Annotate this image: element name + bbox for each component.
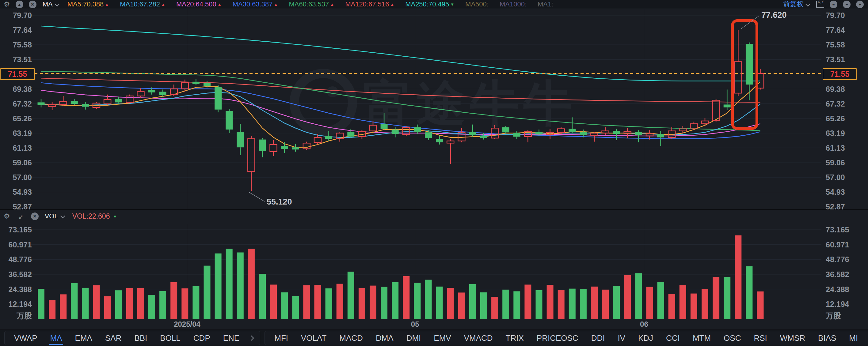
zoom-in-button[interactable]: + xyxy=(856,1,864,8)
price-tick-label: 59.06 xyxy=(826,158,845,167)
ma-legend-item[interactable]: MA1000: xyxy=(500,0,527,8)
tab-osc[interactable]: OSC xyxy=(717,331,747,345)
sub-indicator-group: MFIVOLATMACDDMADMIEMVVMACDTRIXPRICEOSCDD… xyxy=(265,331,868,345)
vol-dropdown-label: VOL xyxy=(45,212,58,220)
price-tick-label: 52.87 xyxy=(826,202,845,211)
ma-legend-item[interactable]: MA30:63.387▲ xyxy=(232,0,278,8)
volume-tick-label: 48.776 xyxy=(826,255,849,264)
tab-cci[interactable]: CCI xyxy=(659,331,686,345)
tab-vmacd[interactable]: VMACD xyxy=(458,331,499,345)
down-arrow-icon: ▼ xyxy=(450,2,454,7)
tab-emv[interactable]: EMV xyxy=(427,331,457,345)
price-tick-label: 77.64 xyxy=(826,26,845,34)
volume-panel-header: ⚙ ↔ × VOL VOL:22.606 ▼ xyxy=(0,211,117,222)
tab-mi[interactable]: MI xyxy=(843,331,864,345)
volume-tick-label: 36.582 xyxy=(8,270,32,279)
chevron-right-icon[interactable] xyxy=(249,336,254,341)
price-tick-label: 54.93 xyxy=(826,188,845,196)
tab-ddi[interactable]: DDI xyxy=(585,331,612,345)
volume-tick-label: 12.194 xyxy=(826,300,849,308)
ma-legend-item[interactable]: MA500: xyxy=(465,0,489,8)
price-tick-label: 65.26 xyxy=(12,114,32,123)
ma-legend-item[interactable]: MA120:67.516▲ xyxy=(345,0,394,8)
volume-tick-label: 48.776 xyxy=(8,255,32,264)
collapse-panel-button[interactable]: ▲ xyxy=(16,1,23,8)
tab-ma[interactable]: MA xyxy=(44,331,69,345)
chart-style-button[interactable]: ≡ xyxy=(830,1,837,8)
adjustment-mode-dropdown[interactable]: 前复权 xyxy=(783,0,809,9)
ma-legend-item[interactable]: MA1: xyxy=(537,0,553,8)
volume-bars-layer xyxy=(38,236,764,319)
main-indicator-group: VWAPMAEMASARBBIBOLLCDPENE xyxy=(4,331,260,345)
current-price-tag-right: 71.55 xyxy=(823,68,857,80)
expand-panel-icon[interactable]: ↔ xyxy=(14,211,25,222)
tab-ene[interactable]: ENE xyxy=(217,331,246,345)
volume-tick-label: 60.971 xyxy=(8,240,32,249)
tab-vwap[interactable]: VWAP xyxy=(8,331,44,345)
ma-legend-item[interactable]: MA20:64.500▲ xyxy=(176,0,222,8)
tab-bias[interactable]: BIAS xyxy=(812,331,843,345)
ma-legend-item[interactable]: MA60:63.537▲ xyxy=(289,0,334,8)
drawing-annotation-box[interactable] xyxy=(733,21,757,129)
ma-legend-item[interactable]: MA5:70.388▲ xyxy=(67,0,109,8)
volume-unit-label: 万股 xyxy=(16,311,32,320)
tab-kdj[interactable]: KDJ xyxy=(632,331,659,345)
ma-legend-item[interactable]: MA10:67.282▲ xyxy=(120,0,165,8)
tab-mfi[interactable]: MFI xyxy=(268,331,294,345)
tab-volat[interactable]: VOLAT xyxy=(294,331,333,345)
tab-sar[interactable]: SAR xyxy=(99,331,128,345)
volume-tick-label: 73.165 xyxy=(8,226,32,234)
tab-dmi[interactable]: DMI xyxy=(400,331,428,345)
tab-dma[interactable]: DMA xyxy=(369,331,400,345)
price-grid xyxy=(18,9,822,319)
zoom-out-button[interactable]: − xyxy=(843,1,850,8)
remove-volume-button[interactable]: × xyxy=(31,212,39,220)
chart-canvas[interactable]: 富途牛牛79.7079.7077.6477.6475.5875.5873.517… xyxy=(0,0,868,346)
tab-boll[interactable]: BOLL xyxy=(154,331,187,345)
vol-dropdown[interactable]: VOL xyxy=(45,212,64,220)
price-tick-label: 61.13 xyxy=(12,144,32,152)
up-arrow-icon: ▲ xyxy=(274,2,278,7)
price-tick-label: 65.26 xyxy=(826,114,845,123)
chart-app: 富途牛牛79.7079.7077.6477.6475.5875.5873.517… xyxy=(0,0,868,346)
ma-legend-item[interactable]: MA250:70.495▼ xyxy=(405,0,454,8)
price-tick-label: 69.38 xyxy=(826,85,845,93)
price-tick-label: 73.51 xyxy=(12,55,32,64)
price-tick-label: 79.70 xyxy=(826,11,845,20)
adjustment-mode-label: 前复权 xyxy=(783,0,803,8)
price-tick-label: 73.51 xyxy=(826,55,845,64)
chevron-down-icon xyxy=(55,2,59,6)
main-chart-toolbar: ⚙ ▲ × MA MA5:70.388▲MA10:67.282▲MA20:64.… xyxy=(0,0,868,9)
tab-ema[interactable]: EMA xyxy=(69,331,99,345)
ma-dropdown[interactable]: MA xyxy=(42,0,59,8)
tab-mtm[interactable]: MTM xyxy=(686,331,717,345)
ma-values-legend: MA5:70.388▲MA10:67.282▲MA20:64.500▲MA30:… xyxy=(67,0,564,8)
tab-iv[interactable]: IV xyxy=(611,331,632,345)
tab-cdp[interactable]: CDP xyxy=(187,331,217,345)
price-tick-label: 75.58 xyxy=(826,40,845,49)
tab-bbi[interactable]: BBI xyxy=(128,331,154,345)
volume-tick-label: 24.388 xyxy=(826,285,849,293)
date-label: 06 xyxy=(640,320,648,328)
tab-priceosc[interactable]: PRICEOSC xyxy=(530,331,585,345)
settings-gear-icon[interactable]: ⚙ xyxy=(4,212,10,220)
low-price-annotation: 55.120 xyxy=(267,197,292,206)
volume-tick-label: 60.971 xyxy=(826,240,849,249)
tab-wmsr[interactable]: WMSR xyxy=(774,331,812,345)
volume-down-arrow-icon: ▼ xyxy=(113,214,117,219)
settings-gear-icon[interactable]: ⚙ xyxy=(4,1,10,8)
tab-macd[interactable]: MACD xyxy=(333,331,369,345)
ma-dropdown-label: MA xyxy=(42,0,53,8)
tab-trix[interactable]: TRIX xyxy=(499,331,530,345)
volume-value: VOL:22.606 xyxy=(72,212,110,220)
volume-value-readout: VOL:22.606 ▼ xyxy=(72,212,117,220)
price-tick-label: 67.32 xyxy=(826,100,845,108)
price-tick-label: 69.38 xyxy=(12,85,32,93)
volume-tick-label: 12.194 xyxy=(8,300,32,308)
tab-rc[interactable]: RC xyxy=(864,331,868,345)
remove-indicator-button[interactable]: × xyxy=(29,1,36,8)
ma-line-ma250 xyxy=(41,26,761,81)
futu-watermark: 富途牛牛 xyxy=(294,73,577,132)
tab-rsi[interactable]: RSI xyxy=(747,331,773,345)
axis-settings-icon[interactable]: X,Y xyxy=(816,1,824,8)
